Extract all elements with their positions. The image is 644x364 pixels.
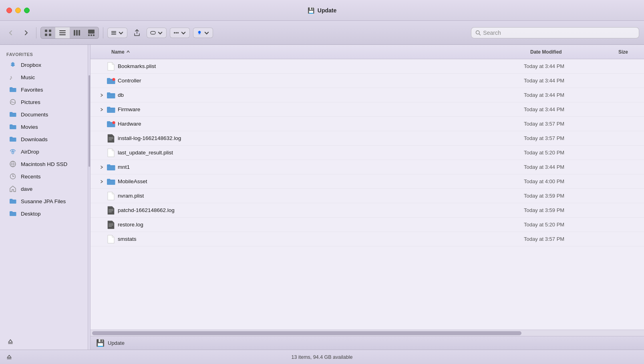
sidebar-label-dropbox: Dropbox <box>21 62 41 68</box>
status-eject-button[interactable] <box>5 354 14 361</box>
file-date: Today at 3:44 PM <box>524 164 612 170</box>
sidebar-label-documents: Documents <box>21 112 48 118</box>
header-date[interactable]: Date Modified <box>524 45 612 59</box>
expand-arrow[interactable] <box>99 92 105 98</box>
table-row[interactable]: smstatsToday at 3:57 PM <box>91 232 644 246</box>
sidebar-item-downloads[interactable]: Downloads <box>2 133 85 145</box>
view-column-btn[interactable] <box>70 27 84 38</box>
svg-rect-15 <box>111 32 116 33</box>
file-name: Controller <box>118 78 524 84</box>
table-row[interactable]: mnt1Today at 3:44 PM <box>91 160 644 174</box>
back-button[interactable] <box>5 28 17 38</box>
sidebar-icon-susanne <box>9 197 17 205</box>
sidebar-icon-music: ♪ <box>9 73 17 81</box>
table-row[interactable]: install-log-1662148632.logToday at 3:57 … <box>91 131 644 146</box>
svg-rect-36 <box>109 138 113 139</box>
sidebar: Favorites Dropbox♪MusicFavoritesPictures… <box>0 45 88 350</box>
sidebar-item-macintosh-hd[interactable]: Macintosh HD SSD <box>2 158 85 170</box>
eject-icon <box>6 354 12 360</box>
svg-rect-38 <box>109 209 113 210</box>
sidebar-label-favorites: Favorites <box>21 87 43 93</box>
file-date: Today at 3:59 PM <box>524 207 612 213</box>
forward-button[interactable] <box>20 28 32 38</box>
header-size[interactable]: Size <box>612 45 644 59</box>
close-button[interactable] <box>6 8 12 13</box>
sidebar-item-airdrop[interactable]: AirDrop <box>2 146 85 158</box>
svg-rect-5 <box>59 32 66 33</box>
table-row[interactable]: FirmwareToday at 3:44 PM <box>91 102 644 117</box>
file-icon <box>107 76 115 85</box>
maximize-button[interactable] <box>24 8 30 13</box>
path-icon: 💾 <box>96 339 105 347</box>
table-row[interactable]: HardwareToday at 3:57 PM <box>91 117 644 131</box>
expand-arrow <box>99 222 105 228</box>
sidebar-item-susanne[interactable]: Susanne JPA Files <box>2 195 85 207</box>
table-row[interactable]: last_update_result.plistToday at 5:20 PM <box>91 146 644 160</box>
arrange-dropdown-btn[interactable] <box>107 28 127 38</box>
sidebar-item-favorites[interactable]: Favorites <box>2 84 85 96</box>
expand-arrow[interactable] <box>99 164 105 170</box>
expand-arrow <box>99 63 105 70</box>
table-row[interactable]: dbToday at 3:44 PM <box>91 88 644 102</box>
view-list-btn[interactable] <box>55 27 70 38</box>
file-icon <box>107 206 115 215</box>
view-icon-btn[interactable] <box>41 27 55 38</box>
sidebar-item-documents[interactable]: Documents <box>2 108 85 120</box>
toolbar-separator-1 <box>36 27 36 38</box>
horizontal-scrollbar[interactable] <box>91 330 644 336</box>
file-icon <box>107 148 115 157</box>
file-date: Today at 3:44 PM <box>524 63 612 69</box>
search-input[interactable] <box>483 30 635 36</box>
view-gallery-btn[interactable] <box>84 27 99 38</box>
table-row[interactable]: MobileAssetToday at 4:00 PM <box>91 174 644 189</box>
svg-rect-7 <box>74 30 75 36</box>
sidebar-section-label: Favorites <box>0 50 88 58</box>
table-row[interactable]: Bookmarks.plistToday at 3:44 PM <box>91 59 644 74</box>
sidebar-item-desktop[interactable]: Desktop <box>2 208 85 220</box>
sidebar-items-container: Dropbox♪MusicFavoritesPicturesDocumentsM… <box>0 58 88 220</box>
sidebar-item-movies[interactable]: Movies <box>2 121 85 133</box>
svg-point-24 <box>10 100 16 105</box>
file-name: db <box>118 92 524 98</box>
sidebar-item-recents[interactable]: Recents <box>2 170 85 182</box>
expand-arrow <box>99 150 105 156</box>
sidebar-icon-recents <box>9 172 17 180</box>
table-row[interactable]: ControllerToday at 3:44 PM <box>91 74 644 88</box>
minimize-button[interactable] <box>15 8 21 13</box>
table-row[interactable]: patchd-1662148662.logToday at 3:59 PM <box>91 203 644 218</box>
dropbox-dropdown-btn[interactable] <box>193 28 213 38</box>
toolbar-separator-2 <box>103 27 103 38</box>
svg-point-34 <box>113 121 115 124</box>
table-row[interactable]: restore.logToday at 5:20 PM <box>91 218 644 232</box>
sidebar-item-dave[interactable]: dave <box>2 183 85 195</box>
eject-button[interactable] <box>5 337 83 346</box>
sidebar-item-pictures[interactable]: Pictures <box>2 96 85 108</box>
header-name[interactable]: Name <box>105 45 524 59</box>
path-label: Update <box>108 340 125 346</box>
sidebar-item-music[interactable]: ♪Music <box>2 71 85 83</box>
share-button[interactable] <box>131 27 143 38</box>
expand-arrow[interactable] <box>99 106 105 113</box>
file-icon <box>107 192 115 200</box>
svg-rect-13 <box>93 34 95 36</box>
svg-rect-37 <box>109 140 112 140</box>
table-row[interactable]: nvram.plistToday at 3:59 PM <box>91 189 644 203</box>
svg-rect-14 <box>111 31 116 32</box>
path-dropdown-btn[interactable] <box>147 28 167 38</box>
sidebar-item-dropbox[interactable]: Dropbox <box>2 59 85 71</box>
search-box[interactable] <box>471 27 639 38</box>
window-title: 💾 Update <box>308 7 336 14</box>
file-date: Today at 4:00 PM <box>524 178 612 184</box>
action-dropdown-btn[interactable] <box>170 28 190 38</box>
file-date: Today at 3:44 PM <box>524 78 612 84</box>
sidebar-icon-dave <box>9 185 17 193</box>
titlebar-title-text: Update <box>318 7 336 14</box>
sidebar-scrollbar[interactable] <box>88 45 91 350</box>
sort-asc-icon <box>126 50 130 54</box>
traffic-lights <box>6 8 30 13</box>
svg-point-18 <box>175 32 177 34</box>
file-name: last_update_result.plist <box>118 150 524 156</box>
expand-arrow <box>99 135 105 142</box>
horizontal-scroll-thumb <box>92 331 521 335</box>
expand-arrow[interactable] <box>99 178 105 185</box>
